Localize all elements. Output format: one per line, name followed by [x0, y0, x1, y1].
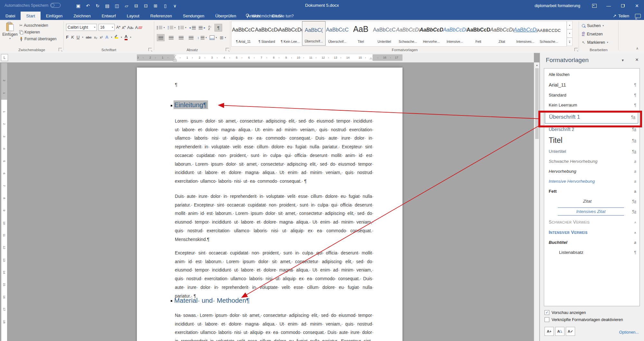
text-effects-button[interactable]: A: [105, 35, 108, 40]
bold-button[interactable]: F: [66, 35, 69, 40]
document-scrollbar[interactable]: ▲: [534, 62, 539, 341]
style-item[interactable]: Titel ¶a: [544, 134, 639, 146]
disable-linked-styles-checkbox[interactable]: Verknüpfte Formatvorlagen deaktivieren: [545, 317, 623, 322]
horizontal-ruler[interactable]: 321 123456789101112131415 1617: [137, 54, 402, 61]
heading-einleitung[interactable]: Einleitung¶: [174, 101, 208, 109]
ribbon-display-options-button[interactable]: [587, 0, 601, 12]
paste-button[interactable]: Einfügen ▾: [3, 22, 17, 47]
show-formatting-marks-button[interactable]: ¶: [214, 24, 222, 32]
style-item[interactable]: Kein Leerraum ¶: [544, 100, 639, 110]
style-gallery-card[interactable]: AaBbCcDc Fett: [467, 21, 490, 46]
font-dialog-launcher-icon[interactable]: [148, 48, 152, 51]
style-gallery-card[interactable]: AaBbC( Überschrif...: [302, 21, 326, 46]
numbered-list-button[interactable]: ▾: [168, 26, 176, 30]
options-link[interactable]: Optionen...: [619, 330, 639, 335]
superscript-button[interactable]: x²: [100, 35, 103, 39]
sort-button[interactable]: A↓ Z: [208, 25, 212, 30]
tell-me-box[interactable]: Was möchten Sie tun?: [241, 14, 298, 18]
checkbox-checked-icon[interactable]: ✓: [545, 310, 549, 315]
restore-button[interactable]: [616, 0, 630, 12]
paragraph-3[interactable]: Excepteur· sint· occaecat· cupidatat· no…: [175, 249, 374, 300]
right-indent-marker[interactable]: [369, 57, 373, 60]
cut-button[interactable]: ✂Ausschneiden: [19, 23, 56, 28]
grow-font-button[interactable]: A▴: [116, 25, 120, 30]
style-item[interactable]: Schwache Hervorhebung a: [544, 156, 639, 166]
ribbon-tab[interactable]: Einfügen: [41, 12, 68, 20]
ribbon-tab[interactable]: Layout: [121, 12, 145, 20]
strikethrough-button[interactable]: abc: [86, 35, 92, 39]
increase-indent-button[interactable]: ▸: [199, 26, 205, 30]
style-gallery-card[interactable]: AABBCCDC Schwache...: [537, 21, 561, 46]
shading-button[interactable]: ▾: [210, 35, 217, 40]
pane-close-icon[interactable]: ×: [635, 57, 639, 63]
gallery-scroll-down-button[interactable]: ▾: [567, 29, 573, 38]
style-item[interactable]: Überschrift 2 ¶a: [544, 124, 639, 134]
copy-button[interactable]: Kopieren: [19, 30, 56, 34]
replace-button[interactable]: ab acErsetzen: [582, 32, 603, 36]
style-gallery-card[interactable]: AaBbCcDc ¶ Standard: [255, 21, 279, 46]
clipboard-dialog-launcher-icon[interactable]: [59, 48, 62, 51]
clear-formatting-button[interactable]: A: [135, 25, 142, 30]
ribbon-tab[interactable]: Referenzen: [145, 12, 177, 20]
italic-button[interactable]: K: [71, 35, 74, 40]
font-color-button[interactable]: A: [125, 34, 128, 40]
align-right-button[interactable]: [177, 34, 185, 41]
borders-button[interactable]: ⊞▾: [220, 35, 226, 40]
subscript-button[interactable]: x₂: [94, 35, 97, 39]
style-gallery-card[interactable]: AaB Titel: [349, 21, 373, 46]
style-gallery-card[interactable]: AaBbCcDt Intensive...: [443, 21, 467, 46]
line-spacing-button[interactable]: ↕▾: [197, 36, 207, 40]
collapse-ribbon-icon[interactable]: ∧: [636, 46, 639, 51]
align-center-button[interactable]: [167, 34, 175, 41]
style-gallery-card[interactable]: AaBbCcDt Intensives...: [514, 21, 537, 46]
close-button[interactable]: ×: [630, 0, 644, 12]
bullet-list-button[interactable]: ▾: [157, 26, 165, 30]
ribbon-tab[interactable]: Zeichnen: [68, 12, 96, 20]
style-item[interactable]: Arial_11 ¶: [544, 79, 639, 90]
new-style-button[interactable]: A+: [545, 327, 554, 336]
paragraph-2[interactable]: Duis· aute· irure· dolor· in· reprehende…: [175, 192, 374, 244]
scrollbar-thumb[interactable]: [535, 68, 539, 139]
find-button[interactable]: Suchen▾: [582, 23, 604, 28]
underline-dropdown-icon[interactable]: ▾: [82, 36, 83, 39]
style-item[interactable]: Standard ¶: [544, 90, 639, 100]
first-line-indent-marker[interactable]: [173, 55, 176, 57]
tab-selector[interactable]: L: [1, 54, 8, 61]
font-size-select[interactable]: 16▾: [99, 24, 115, 31]
style-gallery-card[interactable]: AaBbCcDc ¶ Kein Lee...: [279, 21, 302, 46]
scroll-up-icon[interactable]: ▲: [534, 62, 540, 68]
align-left-button[interactable]: [157, 34, 165, 41]
style-item[interactable]: Listenabsatz ¶: [544, 247, 639, 257]
style-gallery-card[interactable]: AaBbCcDt Zitat: [490, 21, 514, 46]
share-button[interactable]: ↗ Teilen: [613, 14, 629, 18]
comment-icon[interactable]: [635, 14, 641, 18]
manage-styles-button[interactable]: A✓: [566, 327, 575, 336]
checkbox-unchecked-icon[interactable]: [545, 317, 549, 322]
style-item[interactable]: Fett a: [544, 186, 639, 196]
clear-all-item[interactable]: Alle löschen: [544, 70, 639, 79]
style-item[interactable]: Schwacher Verweis a: [544, 217, 639, 227]
justify-button[interactable]: [187, 34, 194, 41]
ribbon-tab[interactable]: Überprüfen: [210, 12, 242, 20]
style-gallery-card[interactable]: AaBbCcDt Hervorhe...: [420, 21, 443, 46]
multilevel-list-button[interactable]: ▾: [178, 26, 186, 30]
select-button[interactable]: ↖Markieren▾: [582, 40, 608, 45]
style-gallery-card[interactable]: AaBbCcC Untertitel: [373, 21, 396, 46]
empty-paragraph-mark[interactable]: ¶: [175, 82, 177, 87]
heading-material-und-methoden[interactable]: Material· und· Methoden¶: [174, 297, 250, 304]
style-item[interactable]: Untertitel ¶a: [544, 146, 639, 156]
hanging-indent-marker[interactable]: [173, 57, 176, 60]
style-item[interactable]: Hervorhebung a: [544, 166, 639, 176]
style-item[interactable]: Zitat ¶a: [544, 196, 639, 206]
gallery-scroll-up-button[interactable]: ▴: [567, 21, 573, 29]
pane-dropdown-icon[interactable]: ▼: [621, 59, 624, 62]
decrease-indent-button[interactable]: ◂: [189, 26, 196, 30]
ribbon-tab[interactable]: Entwurf: [96, 12, 121, 20]
paragraph-1[interactable]: Lorem· ipsum· dolor· sit· amet,· consect…: [175, 117, 374, 186]
document-page[interactable]: ¶ Einleitung¶ Lorem· ipsum· dolor· sit· …: [137, 68, 402, 341]
format-painter-button[interactable]: Format übertragen: [19, 37, 56, 41]
paste-dropdown-icon[interactable]: ▾: [9, 37, 11, 40]
paragraph-4[interactable]: Na· sowas.· Lorem· ipsum· dolor· sit· am…: [175, 311, 374, 341]
styles-dialog-launcher-icon[interactable]: [574, 48, 578, 51]
underline-button[interactable]: U: [77, 35, 80, 40]
